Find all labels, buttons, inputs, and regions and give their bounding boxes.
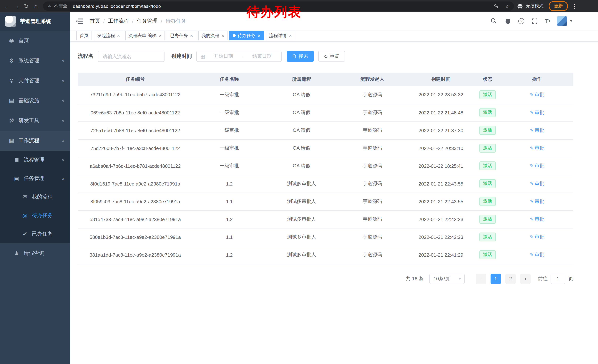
approve-link[interactable]: ✎ 审批 bbox=[530, 109, 544, 116]
tab-done-tasks[interactable]: 已办任务 × bbox=[167, 31, 196, 40]
search-icon[interactable] bbox=[490, 17, 498, 25]
breadcrumb-separator: / bbox=[132, 18, 133, 24]
home-button[interactable]: ⌂ bbox=[31, 1, 41, 11]
chevron-up-icon: ∧ bbox=[62, 139, 65, 143]
cell-actions: ✎ 审批 bbox=[501, 228, 573, 246]
fullscreen-icon[interactable] bbox=[531, 17, 539, 25]
status-badge: 激活 bbox=[479, 162, 496, 170]
approve-link-label: 审批 bbox=[535, 127, 544, 134]
password-key-icon[interactable] bbox=[492, 2, 500, 10]
cell-task-name: 1.2 bbox=[193, 175, 266, 193]
sidebar-item-task-management[interactable]: ▣ 任务管理 ∧ bbox=[0, 169, 70, 188]
tab-process-form-edit[interactable]: 流程表单-编辑 × bbox=[125, 31, 165, 40]
next-page-button[interactable]: › bbox=[520, 274, 531, 284]
approve-link[interactable]: ✎ 审批 bbox=[530, 251, 544, 258]
tab-my-processes[interactable]: 我的流程 × bbox=[198, 31, 228, 40]
date-range-picker[interactable]: ▦ 开始日期 - 结束日期 bbox=[196, 51, 282, 62]
select-caret-icon: ∨ bbox=[458, 277, 461, 281]
sidebar-item-done-tasks[interactable]: ✔ 已办任务 bbox=[0, 225, 70, 243]
breadcrumb-item-workflow[interactable]: 工作流程 bbox=[108, 18, 129, 24]
cell-actions: ✎ 审批 bbox=[501, 157, 573, 175]
sidebar-item-infrastructure[interactable]: ▤ 基础设施 ∨ bbox=[0, 91, 70, 111]
tab-home[interactable]: 首页 bbox=[76, 31, 92, 40]
sidebar-item-system-management[interactable]: ⚙ 系统管理 ∨ bbox=[0, 51, 70, 71]
approve-link[interactable]: ✎ 审批 bbox=[530, 180, 544, 187]
user-menu[interactable]: ▾ bbox=[557, 16, 572, 26]
close-icon[interactable]: × bbox=[159, 33, 162, 38]
approve-link[interactable]: ✎ 审批 bbox=[530, 127, 544, 134]
sidebar-item-my-processes[interactable]: ✉ 我的流程 bbox=[0, 188, 70, 206]
browser-menu-icon[interactable]: ⋮ bbox=[572, 3, 577, 9]
goto-page-input[interactable] bbox=[551, 274, 565, 284]
bookmark-star-icon[interactable]: ☆ bbox=[505, 3, 509, 9]
hamburger-icon[interactable] bbox=[75, 17, 84, 25]
breadcrumb-item-task-management[interactable]: 任务管理 bbox=[137, 18, 158, 24]
cell-status: 激活 bbox=[474, 210, 501, 228]
close-icon[interactable]: × bbox=[190, 33, 193, 38]
cell-actions: ✎ 审批 bbox=[501, 121, 573, 139]
col-process: 所属流程 bbox=[266, 73, 337, 86]
forward-button[interactable]: → bbox=[12, 1, 22, 11]
approve-link[interactable]: ✎ 审批 bbox=[530, 91, 544, 98]
close-icon[interactable]: × bbox=[117, 33, 120, 38]
breadcrumb-item-home[interactable]: 首页 bbox=[90, 18, 100, 24]
sidebar-item-label: 基础设施 bbox=[18, 97, 39, 104]
sidebar-item-home[interactable]: ◉ 首页 bbox=[0, 31, 70, 51]
tab-process-detail[interactable]: 流程详情 × bbox=[266, 31, 295, 40]
page-button-1[interactable]: 1 bbox=[490, 274, 501, 284]
approve-link[interactable]: ✎ 审批 bbox=[530, 145, 544, 152]
cell-initiator: 芋道源码 bbox=[337, 175, 407, 193]
close-icon[interactable]: × bbox=[289, 33, 292, 38]
back-button[interactable]: ← bbox=[2, 1, 12, 11]
sidebar-item-todo-tasks[interactable]: ◎ 待办任务 bbox=[0, 206, 70, 225]
page-button-2[interactable]: 2 bbox=[505, 274, 516, 284]
security-label[interactable]: 不安全 bbox=[54, 3, 67, 9]
font-size-icon[interactable]: TT bbox=[545, 18, 551, 24]
calendar-icon: ▦ bbox=[200, 54, 205, 59]
approve-link[interactable]: ✎ 审批 bbox=[530, 198, 544, 205]
sidebar-item-workflow[interactable]: ▦ 工作流程 ∧ bbox=[0, 131, 70, 151]
close-icon[interactable]: × bbox=[258, 33, 260, 38]
approve-link[interactable]: ✎ 审批 bbox=[530, 216, 544, 223]
reset-button[interactable]: ↻ 重置 bbox=[318, 51, 345, 62]
tab-initiate-process[interactable]: 发起流程 × bbox=[94, 31, 123, 40]
cell-task-id: 580e1b3d-7ac8-11ec-a9e2-a2380e71991a bbox=[78, 228, 193, 246]
update-button[interactable]: 更新 bbox=[549, 1, 568, 11]
avatar[interactable] bbox=[557, 16, 567, 26]
browser-chrome: ← → ↻ ⌂ ⚠ 不安全 dashboard.yudao.iocoder.cn… bbox=[0, 0, 598, 12]
sidebar-item-payment-management[interactable]: ¥ 支付管理 ∨ bbox=[0, 71, 70, 91]
approve-link[interactable]: ✎ 审批 bbox=[530, 162, 544, 169]
cell-process: OA 请假 bbox=[266, 157, 337, 175]
approve-link[interactable]: ✎ 审批 bbox=[530, 234, 544, 240]
url-text[interactable]: dashboard.yudao.iocoder.cn/bpm/task/todo bbox=[73, 4, 161, 9]
reload-button[interactable]: ↻ bbox=[22, 1, 31, 11]
font-size-large-glyph: T bbox=[545, 18, 548, 24]
sidebar: 芋道管理系统 ◉ 首页 ⚙ 系统管理 ∨ ¥ 支付管理 ∨ ▤ bbox=[0, 12, 70, 364]
tags-view: 首页 发起流程 × 流程表单-编辑 × 已办任务 × 我的流程 × bbox=[70, 30, 598, 42]
dashboard-icon: ◉ bbox=[8, 37, 15, 44]
help-icon[interactable]: ? bbox=[519, 18, 524, 24]
approve-link-label: 审批 bbox=[535, 109, 544, 116]
sidebar-item-label: 我的流程 bbox=[32, 194, 53, 200]
sidebar-item-label: 任务管理 bbox=[24, 175, 44, 182]
table-header-row: 任务编号 任务名称 所属流程 流程发起人 创建时间 状态 操作 bbox=[78, 73, 573, 86]
prev-page-button[interactable]: ‹ bbox=[476, 274, 486, 284]
tab-todo-tasks[interactable]: 待办任务 × bbox=[230, 31, 264, 40]
app-logo[interactable]: 芋道管理系统 bbox=[0, 12, 70, 31]
cell-initiator: 芋道源码 bbox=[337, 157, 407, 175]
sidebar-item-process-management[interactable]: ≣ 流程管理 ∨ bbox=[0, 151, 70, 169]
github-icon[interactable] bbox=[504, 17, 512, 25]
search-button[interactable]: 搜索 bbox=[287, 51, 314, 62]
sidebar-menu: ◉ 首页 ⚙ 系统管理 ∨ ¥ 支付管理 ∨ ▤ 基础设施 ∨ bbox=[0, 31, 70, 263]
cell-status: 激活 bbox=[474, 139, 501, 157]
status-badge: 激活 bbox=[479, 197, 496, 206]
col-create-time: 创建时间 bbox=[407, 73, 474, 86]
sidebar-item-leave-query[interactable]: ♟ 请假查询 bbox=[0, 243, 70, 263]
sidebar-item-dev-tools[interactable]: ⚒ 研发工具 ∨ bbox=[0, 111, 70, 131]
search-icon bbox=[292, 54, 297, 58]
close-icon[interactable]: × bbox=[222, 33, 224, 38]
process-name-input[interactable] bbox=[98, 51, 165, 62]
cell-create-time: 2022-01-21 22:43:55 bbox=[407, 175, 474, 193]
page-size-select[interactable]: 10条/页 ∨ bbox=[429, 274, 465, 284]
omnibox[interactable]: ⚠ 不安全 dashboard.yudao.iocoder.cn/bpm/tas… bbox=[43, 1, 514, 11]
